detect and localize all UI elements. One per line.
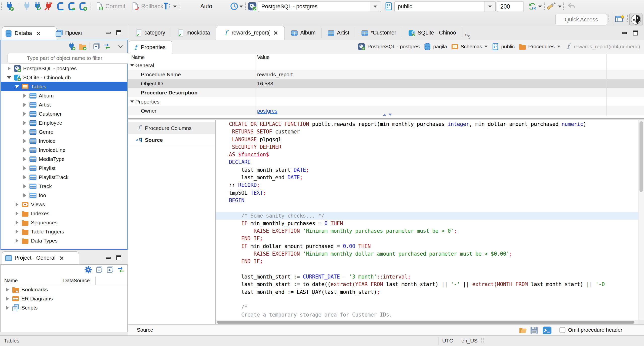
new-connection-button[interactable] [5, 2, 14, 11]
link-with-editor-icon[interactable] [103, 43, 111, 50]
grid-row-procedure-description[interactable]: Procedure Description [128, 88, 644, 97]
statusbar-drag-handle[interactable] [484, 338, 485, 343]
chevron-right-icon[interactable] [22, 102, 27, 107]
connect-button[interactable] [22, 2, 32, 11]
chevron-down-icon[interactable] [7, 75, 12, 80]
tree-item[interactable]: Sequences [1, 218, 127, 227]
open-sql-script-button[interactable] [67, 2, 76, 11]
chevron-down-icon[interactable] [14, 84, 19, 89]
project-item[interactable]: Scripts [1, 303, 127, 312]
toolbar-drag-handle[interactable] [179, 3, 180, 10]
chevron-right-icon[interactable] [14, 229, 19, 234]
chevron-right-icon[interactable] [14, 211, 19, 216]
tree-item[interactable]: Tables [1, 82, 127, 91]
tree-item[interactable]: Table Triggers [1, 227, 127, 236]
auto-commit-combo[interactable]: Auto [184, 3, 229, 10]
minimize-editor-button[interactable] [621, 29, 628, 37]
link-with-editor-icon[interactable] [117, 266, 125, 273]
omit-header-checkbox[interactable] [559, 327, 566, 333]
chevron-right-icon[interactable] [22, 193, 27, 198]
tab-projects[interactable]: Проект [52, 26, 86, 40]
vertical-scrollbar[interactable] [638, 120, 644, 320]
column-name[interactable]: Name [4, 278, 18, 284]
grid-row-properties[interactable]: Properties [128, 97, 644, 106]
collapse-all-icon[interactable] [96, 266, 103, 273]
subtab-procedure-columns[interactable]: fProcedure Columns [128, 122, 215, 134]
schema-combo-arrow[interactable] [485, 2, 495, 12]
breadcrumb-item[interactable]: public [492, 43, 515, 50]
open-perspective-button[interactable] [615, 14, 624, 24]
tree-item[interactable]: PlaylistTrack [1, 173, 127, 182]
editor-tab-category[interactable]: category [129, 26, 171, 40]
tree-item[interactable]: Views [1, 200, 127, 209]
gear-icon[interactable] [84, 266, 92, 274]
sql-editor-button[interactable] [56, 2, 65, 11]
tab-database-navigator[interactable]: Databa [2, 26, 57, 40]
transaction-log-button[interactable] [229, 2, 239, 11]
maximize-view-button[interactable] [115, 254, 122, 261]
chevron-right-icon[interactable] [22, 120, 27, 125]
editor-tab--customer[interactable]: *Customer [355, 26, 402, 40]
refresh-caret[interactable] [538, 6, 542, 8]
connection-combo[interactable]: PostgreSQL - postgres [258, 1, 381, 12]
tree-item[interactable]: Data Types [1, 236, 127, 245]
commit-button[interactable]: Commit [95, 2, 125, 11]
toolbar-drag-handle[interactable] [627, 15, 629, 22]
chevron-down-icon[interactable] [485, 46, 488, 48]
new-sql-editor-button[interactable] [78, 2, 88, 11]
collapse-all-icon[interactable] [93, 43, 100, 50]
column-name[interactable]: Name [131, 54, 145, 60]
horizontal-scrollbar[interactable] [216, 320, 638, 324]
locale-indicator[interactable]: en_US [461, 338, 477, 344]
chevron-down-icon[interactable] [130, 100, 134, 103]
chevron-right-icon[interactable] [5, 305, 10, 310]
tree-item[interactable]: Employee [1, 118, 127, 127]
tab-overflow-chevron[interactable]: »5 [462, 30, 472, 40]
chevron-right-icon[interactable] [22, 111, 27, 116]
scrollbar-thumb[interactable] [217, 321, 634, 324]
expand-all-icon[interactable] [106, 266, 114, 273]
chevron-right-icon[interactable] [5, 296, 10, 301]
editor-tab-mockdata[interactable]: mockdata [171, 26, 216, 40]
grid-column-divider[interactable] [256, 54, 256, 116]
tab-properties[interactable]: f Properties [129, 41, 172, 54]
tree-item[interactable]: Genre [1, 127, 127, 136]
rollback-button[interactable]: Rollback [131, 2, 163, 11]
chevron-right-icon[interactable] [22, 184, 27, 189]
transaction-mode-button[interactable] [162, 2, 172, 11]
timezone-indicator[interactable]: UTC [442, 338, 453, 344]
breadcrumb-item[interactable]: Procedures [519, 43, 560, 50]
tree-item[interactable]: Customer [1, 109, 127, 118]
statusbar-drag-handle[interactable] [481, 338, 483, 343]
subtab-source[interactable]: <>TSource [128, 134, 215, 146]
dbeaver-perspective-button[interactable] [629, 13, 642, 26]
toolbar-drag-handle[interactable] [563, 3, 565, 10]
chevron-right-icon[interactable] [14, 202, 19, 207]
chevron-right-icon[interactable] [22, 93, 27, 98]
maximize-editor-button[interactable] [632, 29, 639, 37]
tree-item[interactable]: Artist [1, 100, 127, 109]
tree-item[interactable]: Playlist [1, 164, 127, 173]
editor-tab-rewards-report-[interactable]: frewards_report( [216, 26, 285, 40]
editor-tab-artist[interactable]: Artist [321, 26, 355, 40]
chevron-right-icon[interactable] [22, 166, 27, 171]
tree-item[interactable]: Album [1, 91, 127, 100]
transaction-log-caret[interactable] [239, 6, 243, 8]
chevron-right-icon[interactable] [22, 139, 27, 144]
tree-item[interactable]: InvoiceLine [1, 146, 127, 155]
minimize-view-button[interactable] [105, 254, 112, 261]
mockdata-tools-button[interactable] [547, 2, 556, 11]
quick-access-input[interactable] [555, 14, 607, 25]
toolbar-drag-handle[interactable] [544, 3, 546, 10]
schema-combo[interactable]: public [394, 1, 496, 12]
toolbar-drag-handle[interactable] [609, 15, 610, 22]
new-folder-icon[interactable] [78, 42, 87, 50]
close-icon[interactable] [36, 31, 41, 36]
chevron-right-icon[interactable] [22, 157, 27, 162]
chevron-right-icon[interactable] [22, 148, 27, 153]
sash-collapse-control[interactable] [383, 114, 392, 116]
column-datasource[interactable]: DataSource [63, 278, 90, 284]
close-icon[interactable] [273, 30, 278, 36]
refresh-connection-button[interactable] [527, 2, 537, 11]
source-code-viewer[interactable]: CREATE OR REPLACE FUNCTION public.reward… [216, 120, 638, 320]
